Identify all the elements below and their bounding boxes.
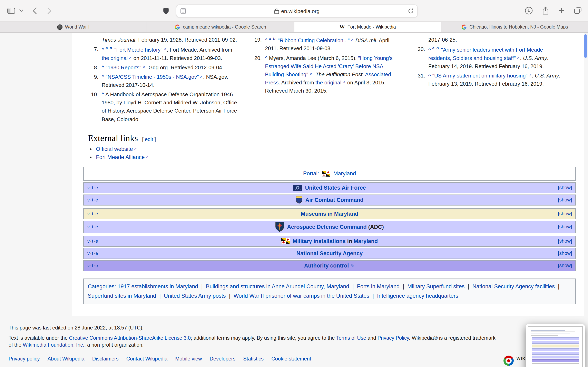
footer-link[interactable]: Disclaimers: [92, 356, 119, 362]
new-tab-icon[interactable]: [558, 7, 565, 14]
sidebar-icon[interactable]: [7, 8, 15, 14]
reference-link[interactable]: "NSA/CSS Timeline - 1950s - NSA.gov": [105, 74, 199, 80]
reference-link[interactable]: ^: [428, 73, 432, 79]
portal-label-link[interactable]: Portal:: [303, 170, 319, 176]
back-icon[interactable]: [33, 7, 37, 14]
external-link[interactable]: Official website: [96, 146, 133, 152]
reference-link[interactable]: ^: [102, 91, 105, 98]
reference-link[interactable]: "Ribbon Cutting Celebration...": [278, 37, 350, 43]
tab-2[interactable]: camp meade wikipedia - Google Search: [147, 22, 294, 32]
tab-4[interactable]: Chicago, Illinois to Hoboken, NJ - Googl…: [441, 22, 588, 32]
reference-link[interactable]: ^: [265, 55, 269, 61]
portal-maryland-link[interactable]: Maryland: [333, 170, 356, 176]
category-link[interactable]: World War II prisoner of war camps in th…: [233, 293, 369, 299]
vte-link-e[interactable]: e: [95, 197, 98, 202]
show-link[interactable]: [show]: [558, 250, 572, 256]
footer-link[interactable]: Statistics: [243, 356, 264, 362]
vte-link-t[interactable]: t: [92, 224, 93, 229]
chevron-down-icon[interactable]: [19, 9, 23, 12]
vte-link-v[interactable]: v: [87, 251, 90, 256]
pencil-icon[interactable]: ✎: [351, 262, 355, 268]
navbox-title-link[interactable]: Air Combat Command: [305, 197, 363, 203]
category-separator: |: [556, 283, 559, 289]
category-link[interactable]: United States Army posts: [164, 293, 226, 299]
reference-link[interactable]: "1930 Reports": [105, 64, 141, 71]
refresh-icon[interactable]: [408, 8, 414, 14]
last-edited-text: This page was last edited on 28 June 202…: [9, 325, 580, 331]
footer-license-link[interactable]: Wikimedia Foundation, Inc.: [23, 342, 85, 348]
reference-link[interactable]: the original: [315, 80, 341, 86]
vte-link-e[interactable]: e: [95, 251, 98, 256]
show-link[interactable]: [show]: [558, 197, 572, 203]
edit-section-link[interactable]: edit: [145, 136, 153, 142]
category-link[interactable]: Buildings and structures in Anne Arundel…: [206, 283, 349, 289]
vte-link-v[interactable]: v: [87, 185, 90, 190]
vte-link-v[interactable]: v: [87, 224, 90, 229]
navbox-title-link[interactable]: Museums in Maryland: [301, 211, 358, 217]
category-link[interactable]: Military Superfund sites: [407, 283, 465, 289]
navbox-title-link[interactable]: National Security Agency: [296, 250, 363, 256]
categories-label-link[interactable]: Categories: [88, 283, 114, 289]
footer-license-link[interactable]: Creative Commons Attribution-ShareAlike …: [69, 335, 191, 341]
footer-link[interactable]: Mobile view: [175, 356, 202, 362]
tab-overview-icon[interactable]: [574, 7, 581, 14]
reference-link[interactable]: the original: [102, 55, 128, 61]
vte-link-e[interactable]: e: [95, 263, 98, 268]
show-link[interactable]: [show]: [558, 263, 572, 268]
vte-link-t[interactable]: t: [92, 263, 93, 268]
footer-license-link[interactable]: Privacy Policy: [378, 335, 409, 341]
category-link[interactable]: 1917 establishments in Maryland: [118, 283, 198, 289]
vte-link-e[interactable]: e: [95, 224, 98, 229]
vte-link-e[interactable]: e: [95, 185, 98, 190]
vte-link-t[interactable]: t: [92, 211, 93, 216]
vte-link-t[interactable]: t: [92, 239, 93, 243]
vte-link-t[interactable]: t: [92, 185, 93, 190]
navbox-title-link[interactable]: United States Air Force: [305, 184, 366, 191]
reference-link[interactable]: "Fort Meade history": [114, 47, 162, 53]
category-link[interactable]: Intelligence agency headquarters: [377, 293, 458, 299]
tab-3[interactable]: WFort Meade - Wikipedia: [294, 22, 441, 32]
category-link[interactable]: Superfund sites in Maryland: [88, 293, 156, 299]
vte-link-t[interactable]: t: [92, 197, 93, 202]
footer-link[interactable]: Cookie statement: [271, 356, 311, 362]
footer-link[interactable]: Contact Wikipedia: [126, 356, 168, 362]
tab-1[interactable]: World War I: [0, 22, 147, 32]
scrollbar-thumb[interactable]: [584, 34, 587, 58]
vte-link-v[interactable]: v: [87, 239, 90, 243]
show-link[interactable]: [show]: [558, 185, 572, 191]
footer-link[interactable]: Developers: [210, 356, 235, 362]
vte-link-t[interactable]: t: [92, 251, 93, 256]
footer-license-link[interactable]: Terms of Use: [336, 335, 366, 341]
reference-link[interactable]: ^: [428, 47, 432, 53]
category-link[interactable]: Forts in Maryland: [357, 283, 399, 289]
show-link[interactable]: [show]: [558, 238, 572, 244]
footer-link[interactable]: About Wikipedia: [48, 356, 85, 362]
category-link[interactable]: National Security Agency facilities: [472, 283, 555, 289]
reference-link[interactable]: "US Army statement on military housing": [432, 73, 527, 79]
vte-link-v[interactable]: v: [87, 211, 90, 216]
navbox-title-link[interactable]: Maryland: [354, 238, 378, 244]
external-link[interactable]: Fort Meade Alliance: [96, 154, 145, 160]
vte-link-e[interactable]: e: [95, 239, 98, 243]
reference-link[interactable]: ^: [102, 64, 105, 71]
vte-link-e[interactable]: e: [95, 211, 98, 216]
address-bar[interactable]: en.wikipedia.org: [176, 4, 418, 17]
show-link[interactable]: [show]: [558, 224, 572, 230]
screenshot-thumbnail[interactable]: [526, 324, 585, 367]
vte-link-v[interactable]: v: [87, 263, 90, 268]
show-link[interactable]: [show]: [558, 211, 572, 217]
footer-link[interactable]: Privacy policy: [9, 356, 40, 362]
reference-link[interactable]: ^: [102, 74, 105, 80]
reader-icon[interactable]: [181, 8, 186, 14]
privacy-shield-icon[interactable]: [163, 7, 169, 14]
navbox-title-link[interactable]: Military installations: [293, 238, 346, 244]
vte-link-v[interactable]: v: [87, 197, 90, 202]
share-icon[interactable]: [542, 7, 549, 15]
forward-icon[interactable]: [47, 7, 52, 14]
reference-text-segment: .: [520, 55, 523, 61]
navbox-title-link[interactable]: Authority control: [304, 262, 349, 268]
reference-link[interactable]: ^: [265, 37, 269, 43]
reference-link[interactable]: ^: [102, 47, 105, 53]
navbox-title-link[interactable]: Aerospace Defense Command: [287, 224, 367, 230]
download-icon[interactable]: [525, 7, 533, 15]
